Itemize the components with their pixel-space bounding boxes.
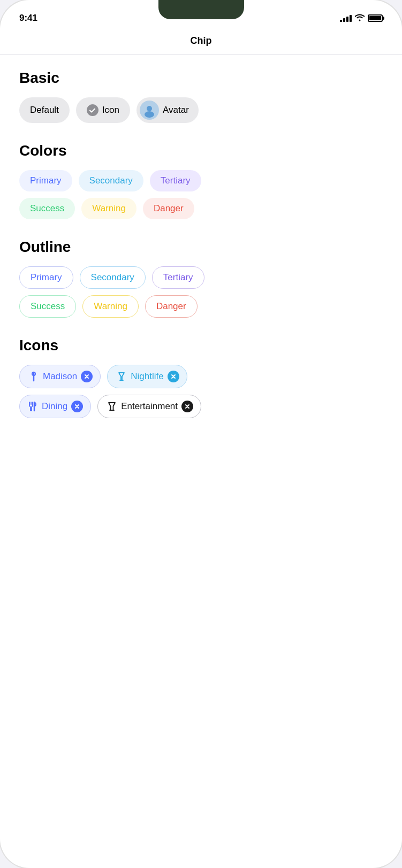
chip-color-secondary-label: Secondary [89, 175, 133, 186]
chip-color-tertiary-label: Tertiary [161, 175, 191, 186]
chip-nightlife-close[interactable] [168, 371, 179, 382]
section-title-outline: Outline [19, 239, 383, 256]
icons-row2: Dining Entertainment [19, 395, 383, 418]
section-outline: Outline Primary Secondary Tertiary Succe… [19, 239, 383, 318]
phone-frame: 9:41 Chip B [0, 0, 402, 868]
chip-dining-label: Dining [42, 401, 67, 412]
chip-outline-warning-label: Warning [94, 301, 127, 312]
section-icons: Icons Madison [19, 337, 383, 418]
chip-color-tertiary[interactable]: Tertiary [150, 170, 201, 191]
check-circle-icon [87, 104, 98, 116]
icons-row1: Madison Nightlife [19, 365, 383, 388]
chip-outline-secondary[interactable]: Secondary [80, 266, 146, 289]
notch [158, 0, 244, 19]
colors-row1: Primary Secondary Tertiary [19, 170, 383, 191]
chip-outline-secondary-label: Secondary [91, 272, 134, 283]
section-colors: Colors Primary Secondary Tertiary Succes… [19, 142, 383, 219]
chip-outline-warning[interactable]: Warning [82, 295, 139, 318]
chip-madison-close[interactable] [81, 371, 93, 382]
nav-title: Chip [191, 35, 212, 46]
chip-outline-danger-label: Danger [156, 301, 186, 312]
chip-icon[interactable]: Icon [76, 97, 130, 123]
outline-row2: Success Warning Danger [19, 295, 383, 318]
chip-outline-tertiary[interactable]: Tertiary [152, 266, 204, 289]
chip-color-warning[interactable]: Warning [81, 198, 136, 219]
chip-color-danger[interactable]: Danger [143, 198, 194, 219]
svg-point-0 [147, 106, 152, 111]
chip-default[interactable]: Default [19, 97, 70, 123]
chip-entertainment-label: Entertainment [121, 401, 178, 412]
colors-row2: Success Warning Danger [19, 198, 383, 219]
status-icons [340, 14, 383, 23]
section-basic: Basic Default Icon [19, 70, 383, 123]
cocktail-icon [116, 371, 127, 382]
chip-outline-success[interactable]: Success [19, 295, 76, 318]
chip-madison-label: Madison [43, 371, 77, 382]
chip-avatar-label: Avatar [163, 105, 189, 116]
section-title-basic: Basic [19, 70, 383, 87]
avatar-icon [140, 101, 159, 120]
chip-nightlife[interactable]: Nightlife [107, 365, 187, 388]
chip-color-primary[interactable]: Primary [19, 170, 72, 191]
chip-madison[interactable]: Madison [19, 365, 101, 388]
chip-color-warning-label: Warning [92, 203, 126, 214]
battery-icon [368, 14, 383, 22]
signal-icon [340, 14, 352, 22]
dining-icon [27, 401, 38, 412]
chip-outline-primary-label: Primary [31, 272, 62, 283]
chip-entertainment[interactable]: Entertainment [97, 395, 201, 418]
chip-dining-close[interactable] [71, 401, 83, 412]
nav-bar: Chip [0, 29, 402, 55]
chip-outline-success-label: Success [31, 301, 65, 312]
content: Basic Default Icon [0, 55, 402, 452]
chip-outline-tertiary-label: Tertiary [163, 272, 193, 283]
chip-outline-primary[interactable]: Primary [19, 266, 73, 289]
fork-icon [28, 371, 39, 382]
wifi-icon [355, 14, 365, 23]
chip-color-danger-label: Danger [154, 203, 184, 214]
chip-default-label: Default [30, 105, 59, 116]
chip-color-primary-label: Primary [30, 175, 62, 186]
chip-avatar[interactable]: Avatar [136, 97, 199, 123]
basic-chips-row: Default Icon [19, 97, 383, 123]
svg-point-1 [145, 111, 154, 118]
chip-color-success-label: Success [30, 203, 64, 214]
chip-icon-label: Icon [102, 105, 119, 116]
section-title-colors: Colors [19, 142, 383, 159]
outline-row1: Primary Secondary Tertiary [19, 266, 383, 289]
chip-outline-danger[interactable]: Danger [145, 295, 198, 318]
chip-entertainment-close[interactable] [181, 401, 193, 412]
entertainment-icon [107, 401, 117, 412]
section-title-icons: Icons [19, 337, 383, 354]
chip-nightlife-label: Nightlife [131, 371, 163, 382]
chip-color-secondary[interactable]: Secondary [79, 170, 143, 191]
status-time: 9:41 [19, 13, 37, 24]
chip-color-success[interactable]: Success [19, 198, 75, 219]
chip-dining[interactable]: Dining [19, 395, 91, 418]
